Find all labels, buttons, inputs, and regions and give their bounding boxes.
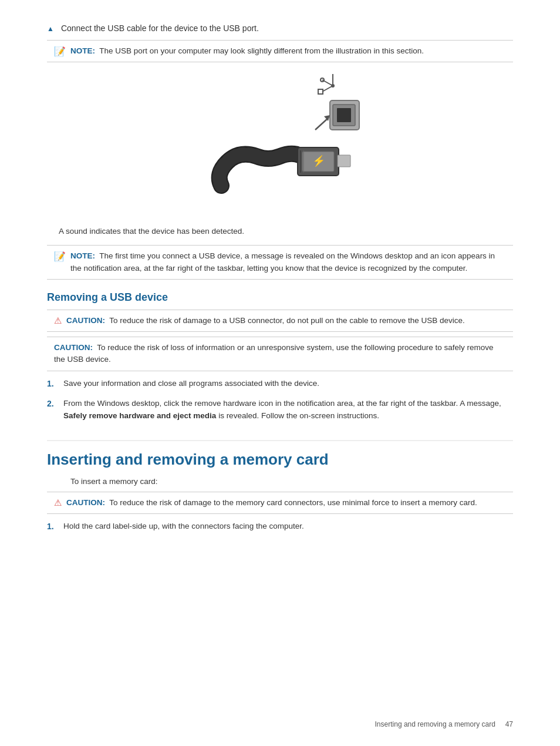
caution-content-3: To reduce the risk of damage to the memo… bbox=[109, 498, 477, 507]
caution-label-2: CAUTION: bbox=[54, 343, 93, 352]
note-box-1: 📝 NOTE: The USB port on your computer ma… bbox=[47, 40, 513, 62]
note-content-2: The first time you connect a USB device,… bbox=[70, 251, 495, 272]
note-text-1: NOTE: The USB port on your computer may … bbox=[70, 45, 424, 57]
page-number: 47 bbox=[505, 720, 513, 728]
caution-content-2: To reduce the risk of loss of informatio… bbox=[54, 343, 494, 364]
section2-heading: Inserting and removing a memory card bbox=[47, 440, 513, 469]
page-footer: Inserting and removing a memory card 47 bbox=[375, 720, 513, 728]
svg-line-9 bbox=[315, 118, 328, 130]
section1-steps: 1. Save your information and close all p… bbox=[47, 377, 513, 423]
step2-text: From the Windows desktop, click the remo… bbox=[63, 397, 513, 422]
section1-step-1: 1. Save your information and close all p… bbox=[47, 377, 513, 390]
section2-intro: To insert a memory card: bbox=[47, 477, 513, 486]
s2-step1-text: Hold the card label-side up, with the co… bbox=[63, 520, 304, 533]
svg-rect-16 bbox=[338, 155, 350, 167]
note-label-1: NOTE: bbox=[70, 46, 95, 55]
footer-text: Inserting and removing a memory card bbox=[375, 720, 495, 728]
note-label-2: NOTE: bbox=[70, 251, 95, 260]
caution-label-3: CAUTION: bbox=[66, 498, 105, 507]
note-icon-2: 📝 bbox=[54, 251, 66, 262]
section2-steps: 1. Hold the card label-side up, with the… bbox=[47, 520, 513, 533]
usb-illustration: ⚡ bbox=[174, 74, 386, 215]
note-content-1: The USB port on your computer may look s… bbox=[99, 46, 424, 55]
caution-text-3: CAUTION: To reduce the risk of damage to… bbox=[66, 497, 477, 509]
step1-num: 1. bbox=[47, 377, 63, 390]
caution-box-1: ⚠ CAUTION: To reduce the risk of damage … bbox=[47, 310, 513, 332]
caution-box-2: CAUTION: To reduce the risk of loss of i… bbox=[47, 337, 513, 371]
s2-step1-num: 1. bbox=[47, 520, 63, 533]
step1-text: Save your information and close all prog… bbox=[63, 377, 319, 390]
usb-image-container: ⚡ bbox=[47, 74, 513, 215]
note-box-2: 📝 NOTE: The first time you connect a USB… bbox=[47, 245, 513, 280]
usb-svg: ⚡ bbox=[174, 74, 386, 215]
step2-text-before: From the Windows desktop, click the remo… bbox=[63, 399, 501, 408]
caution-label-1: CAUTION: bbox=[66, 316, 105, 325]
caution-box-3: ⚠ CAUTION: To reduce the risk of damage … bbox=[47, 492, 513, 514]
caution-content-1: To reduce the risk of damage to a USB co… bbox=[109, 316, 465, 325]
caution-icon-3: ⚠ bbox=[54, 498, 62, 508]
svg-text:⚡: ⚡ bbox=[312, 154, 326, 167]
caution-icon-1: ⚠ bbox=[54, 315, 62, 326]
section1-heading: Removing a USB device bbox=[47, 291, 513, 304]
svg-rect-8 bbox=[337, 108, 351, 122]
caution-text-2: CAUTION: To reduce the risk of loss of i… bbox=[54, 342, 506, 366]
image-caption: A sound indicates that the device has be… bbox=[47, 227, 513, 236]
step2-text-after: is revealed. Follow the on-screen instru… bbox=[216, 411, 379, 420]
svg-rect-4 bbox=[318, 89, 323, 94]
caution-text-1: CAUTION: To reduce the risk of damage to… bbox=[66, 315, 465, 327]
section1-step-2: 2. From the Windows desktop, click the r… bbox=[47, 397, 513, 422]
triangle-bullet-icon: ▲ bbox=[47, 25, 54, 33]
section2-step-1: 1. Hold the card label-side up, with the… bbox=[47, 520, 513, 533]
step2-bold: Safely remove hardware and eject media bbox=[63, 411, 216, 420]
bullet-item: ▲ Connect the USB cable for the device t… bbox=[47, 23, 513, 33]
note-icon-1: 📝 bbox=[54, 46, 66, 57]
step2-num: 2. bbox=[47, 397, 63, 410]
svg-line-3 bbox=[322, 86, 333, 92]
note-text-2: NOTE: The first time you connect a USB d… bbox=[70, 250, 506, 274]
bullet-text: Connect the USB cable for the device to … bbox=[61, 23, 259, 33]
